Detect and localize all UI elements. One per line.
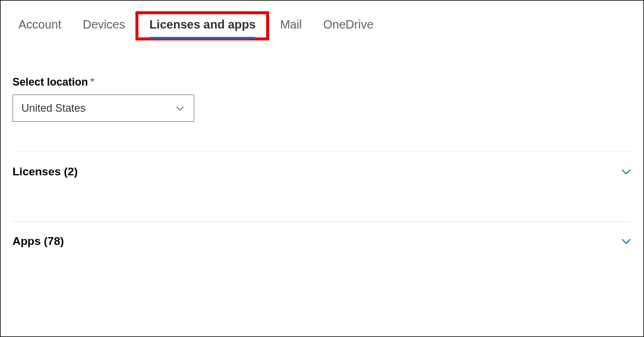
required-asterisk: * [90,76,94,89]
apps-count: 78 [48,235,60,247]
tab-devices[interactable]: Devices [72,14,135,37]
tab-onedrive[interactable]: OneDrive [312,14,384,37]
tab-mail[interactable]: Mail [269,14,312,37]
apps-accordion[interactable]: Apps (78) [12,222,632,261]
tab-highlight-box: Licenses and apps [135,11,269,40]
licenses-count: 2 [68,165,74,178]
user-detail-panel: Account Devices Licenses and apps Mail O… [1,1,643,261]
tab-account[interactable]: Account [12,14,72,37]
chevron-down-icon [621,236,632,247]
chevron-down-icon [175,103,185,114]
select-location-label: Select location * [12,76,632,89]
licenses-label: Licenses [12,165,61,178]
select-location-text: Select location [12,76,88,89]
tab-licenses-apps[interactable]: Licenses and apps [138,14,266,37]
location-value: United States [21,102,86,115]
tab-bar: Account Devices Licenses and apps Mail O… [12,11,632,40]
chevron-down-icon [621,166,632,177]
apps-label: Apps [12,235,41,247]
spacer [12,191,632,221]
apps-title: Apps (78) [12,235,64,248]
licenses-accordion[interactable]: Licenses (2) [12,152,632,191]
location-dropdown[interactable]: United States [12,95,194,122]
licenses-title: Licenses (2) [12,165,78,178]
